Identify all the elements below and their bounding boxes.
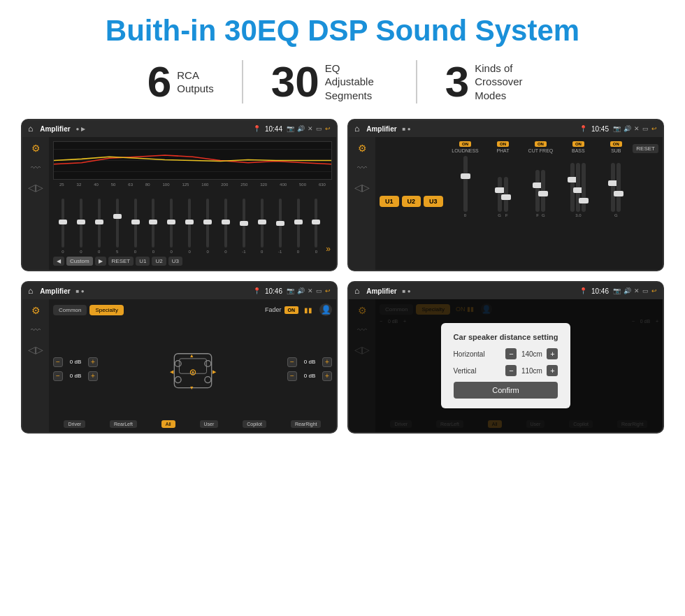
home-icon-3[interactable]: ⌂ <box>28 286 33 296</box>
amp-on-phat[interactable]: ON <box>497 141 509 147</box>
fader-wave-icon[interactable]: 〰 <box>31 324 41 336</box>
eq-u2-btn[interactable]: U2 <box>152 257 166 266</box>
dialog-vertical-plus[interactable]: + <box>547 365 558 376</box>
tab-common[interactable]: Common <box>53 305 87 315</box>
dialog-horizontal-controls: − 140cm + <box>505 348 558 359</box>
eq-slider-4[interactable]: 0 <box>127 199 144 254</box>
eq-slider-5[interactable]: 0 <box>145 199 161 254</box>
amp-on-sub[interactable]: ON <box>610 141 622 147</box>
dialog-vertical-minus[interactable]: − <box>505 365 517 376</box>
vol-plus-rl[interactable]: + <box>88 371 98 381</box>
vol-minus-rl[interactable]: − <box>53 371 63 381</box>
dialog-horizontal-plus[interactable]: + <box>547 348 558 359</box>
amp-slider-bass-3[interactable] <box>582 163 586 212</box>
status-icons-1: 📷 🔊 ✕ ▭ ↩ <box>287 125 331 132</box>
back-icon-4[interactable]: ↩ <box>651 287 657 294</box>
amp-u1-btn[interactable]: U1 <box>380 196 399 207</box>
vol-minus-fl[interactable]: − <box>53 357 63 367</box>
eq-slider-6[interactable]: 0 <box>163 199 180 254</box>
volume-icon-3: 🔊 <box>297 287 305 294</box>
amp-reset-btn[interactable]: RESET <box>633 144 658 153</box>
dialog-confirm-button[interactable]: Confirm <box>454 382 558 399</box>
eq-slider-3[interactable]: 5 <box>109 199 126 254</box>
eq-u3-btn[interactable]: U3 <box>168 257 182 266</box>
vol-minus-rr[interactable]: − <box>287 371 297 381</box>
fader-btn-rearleft[interactable]: RearLeft <box>110 420 137 428</box>
fader-slider-h[interactable]: ▮▮ <box>304 306 312 314</box>
eq-filter-icon[interactable]: ⚙ <box>31 143 41 154</box>
time-4: 10:46 <box>591 287 609 295</box>
amp-val-cf1: F <box>536 213 539 217</box>
amp-slider-sub-1[interactable] <box>611 163 615 212</box>
amp-main: U1 U2 U3 ON LOUDNESS <box>375 137 663 270</box>
eq-slider-9[interactable]: 0 <box>217 199 234 254</box>
time-1: 10:44 <box>265 125 282 133</box>
eq-slider-11[interactable]: 0 <box>254 199 271 254</box>
eq-custom-btn[interactable]: Custom <box>66 257 93 266</box>
tab-specialty[interactable]: Specialty <box>89 305 123 315</box>
amp-slider-bass-2[interactable] <box>576 163 580 212</box>
eq-slider-0[interactable]: 0 <box>55 199 71 254</box>
eq-reset-btn[interactable]: RESET <box>108 257 134 266</box>
stat-number-eq: 30 <box>271 60 319 103</box>
amp-u3-btn[interactable]: U3 <box>424 196 443 207</box>
eq-slider-10[interactable]: -1 <box>236 199 252 254</box>
amp-on-cutfreq[interactable]: ON <box>535 141 547 147</box>
eq-wave-icon[interactable]: 〰 <box>31 162 41 173</box>
fader-on-badge[interactable]: ON <box>284 306 299 314</box>
eq-slider-8[interactable]: 0 <box>199 199 216 254</box>
svg-rect-5 <box>179 358 206 373</box>
amp-vol-icon[interactable]: ◁▷ <box>354 182 370 193</box>
eq-more-icon[interactable]: » <box>326 244 331 254</box>
home-icon-4[interactable]: ⌂ <box>354 286 359 296</box>
eq-play-btn[interactable]: ▶ <box>95 257 106 266</box>
stat-item-eq: 30 EQ AdjustableSegments <box>243 60 417 103</box>
fader-btn-all[interactable]: All <box>161 420 175 428</box>
svg-point-7 <box>192 371 194 373</box>
vol-val-rl: 0 dB <box>66 373 85 379</box>
eq-slider-2[interactable]: 0 <box>91 199 108 254</box>
amp-filter-icon[interactable]: ⚙ <box>358 143 367 154</box>
dialog-vertical-row: Vertical − 110cm + <box>454 365 558 376</box>
vol-plus-rr[interactable]: + <box>322 371 332 381</box>
fader-btn-copilot[interactable]: Copilot <box>243 420 266 428</box>
eq-u1-btn[interactable]: U1 <box>136 257 150 266</box>
eq-sidebar: ⚙ 〰 ◁▷ <box>22 137 49 270</box>
home-icon-2[interactable]: ⌂ <box>354 124 359 134</box>
screen-amp: ⌂ Amplifier ■ ● 📍 10:45 📷 🔊 ✕ ▭ ↩ ⚙ 〰 <box>347 119 664 271</box>
back-icon-2[interactable]: ↩ <box>651 125 657 132</box>
amp-slider-phat-f[interactable] <box>504 177 508 212</box>
amp-ch-loudness: ON LOUDNESS 0 <box>449 141 482 266</box>
amp-wave-icon[interactable]: 〰 <box>357 162 367 173</box>
fader-btn-user[interactable]: User <box>200 420 219 428</box>
eq-slider-13[interactable]: 0 <box>290 199 307 254</box>
eq-slider-14[interactable]: 0 <box>308 199 324 254</box>
vol-plus-fr[interactable]: + <box>322 357 332 367</box>
fader-btn-rearright[interactable]: RearRight <box>291 420 322 428</box>
vol-row-rr: − 0 dB + <box>287 371 332 381</box>
dialog-horizontal-row: Horizontal − 140cm + <box>454 348 558 359</box>
amp-slider-cutfreq-2[interactable] <box>541 170 545 212</box>
fader-vol-icon[interactable]: ◁▷ <box>28 344 43 355</box>
amp-slider-loudness[interactable] <box>463 156 468 212</box>
stats-row: 6 RCAOutputs 30 EQ AdjustableSegments 3 … <box>21 60 664 103</box>
amp-slider-sub-2[interactable] <box>616 163 621 212</box>
vol-minus-fr[interactable]: − <box>287 357 297 367</box>
amp-on-bass[interactable]: ON <box>572 141 584 147</box>
dialog-horizontal-minus[interactable]: − <box>505 348 517 359</box>
amp-u2-btn[interactable]: U2 <box>402 196 421 207</box>
fader-filter-icon[interactable]: ⚙ <box>31 305 41 316</box>
eq-prev-btn[interactable]: ◀ <box>53 257 64 266</box>
eq-slider-7[interactable]: 0 <box>181 199 198 254</box>
eq-slider-1[interactable]: 0 <box>73 199 89 254</box>
eq-slider-12[interactable]: -1 <box>272 199 289 254</box>
home-icon-1[interactable]: ⌂ <box>28 124 33 134</box>
fader-btn-driver[interactable]: Driver <box>64 420 85 428</box>
fader-settings-icon[interactable]: 👤 <box>319 303 332 316</box>
back-icon-3[interactable]: ↩ <box>325 287 331 294</box>
amp-on-loudness[interactable]: ON <box>459 141 471 147</box>
close-icon-2: ✕ <box>634 125 640 132</box>
vol-plus-fl[interactable]: + <box>88 357 98 367</box>
eq-vol-icon[interactable]: ◁▷ <box>28 182 43 193</box>
back-icon-1[interactable]: ↩ <box>325 125 331 132</box>
